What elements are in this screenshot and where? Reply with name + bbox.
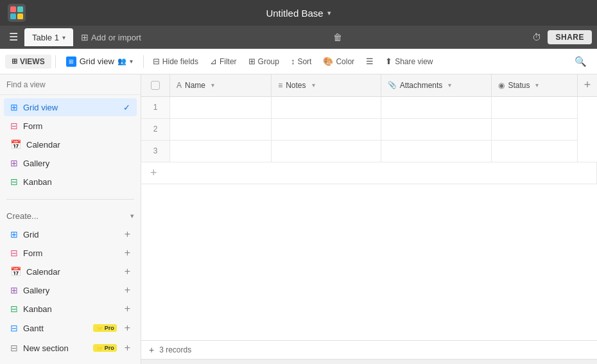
status-col-expand[interactable]: ▾: [533, 82, 541, 89]
create-grid-item[interactable]: ⊞ Grid +: [4, 225, 137, 243]
sidebar-item-calendar-view[interactable]: 📅 Calendar: [4, 135, 137, 153]
toolbar: ⊞ VIEWS ⊞ Grid view 👥 ▾ ⊟ Hide fields ⊿ …: [0, 49, 597, 74]
views-icon: ⊞: [12, 57, 17, 65]
share-button[interactable]: SHARE: [548, 30, 592, 44]
sort-button[interactable]: ↕ Sort: [286, 54, 317, 69]
row-1-notes-cell[interactable]: [272, 96, 381, 118]
hide-fields-icon: ⊟: [153, 56, 160, 66]
share-view-icon: ⬆: [385, 56, 392, 66]
grid-view-active-button[interactable]: ⊞ Grid view 👥 ▾: [60, 54, 139, 69]
name-col-expand[interactable]: ▾: [209, 82, 216, 89]
notes-column-header: ≡ Notes ▾: [272, 74, 381, 96]
hamburger-button[interactable]: ☰: [5, 30, 22, 45]
toolbar-separator: [55, 55, 56, 68]
sidebar-item-gallery-view[interactable]: ⊞ Gallery: [4, 154, 137, 172]
create-gallery-item[interactable]: ⊞ Gallery +: [4, 281, 137, 299]
svg-rect-2: [17, 6, 23, 12]
row-2-num: 2: [141, 118, 169, 140]
table-tab[interactable]: Table 1 ▾: [24, 28, 73, 46]
base-title[interactable]: Untitled Base ▾: [266, 8, 331, 19]
table-bar: ☰ Table 1 ▾ ⊞ Add or import 🗑 ⏱ SHARE: [0, 26, 597, 49]
horizontal-scrollbar[interactable]: [141, 359, 597, 364]
select-all-checkbox[interactable]: [151, 81, 160, 90]
base-title-arrow: ▾: [327, 9, 331, 17]
data-table: A Name ▾ ≡ Notes ▾: [141, 74, 597, 184]
main-layout: ⊞ Grid view ✓ ⊟ Form 📅 Calendar ⊞ Galler…: [0, 74, 597, 364]
filter-button[interactable]: ⊿ Filter: [205, 54, 242, 69]
row-1-status-cell[interactable]: [492, 96, 578, 118]
row-2-attachments-cell[interactable]: [381, 118, 492, 140]
add-import-button[interactable]: ⊞ Add or import: [76, 30, 146, 45]
table-header-row: A Name ▾ ≡ Notes ▾: [141, 74, 597, 96]
create-calendar-icon: 📅: [10, 266, 21, 277]
add-section-icon: +: [125, 342, 130, 354]
create-section-item[interactable]: ⊟ New section ⭐ Pro +: [4, 338, 137, 358]
row-3-attachments-cell[interactable]: [381, 140, 492, 162]
grid-view-icon: ⊞: [66, 56, 76, 67]
sidebar-create-section: Create... ▾ ⊞ Grid + ⊟ Form + 📅 Calendar…: [0, 205, 141, 361]
group-button[interactable]: ⊞ Group: [243, 54, 284, 69]
name-col-icon: A: [177, 81, 182, 90]
create-gantt-item[interactable]: ⊟ Gantt ⭐ Pro +: [4, 318, 137, 338]
history-button[interactable]: ⏱: [528, 30, 545, 45]
add-gallery-icon: +: [125, 285, 130, 295]
grid-area: A Name ▾ ≡ Notes ▾: [141, 74, 597, 364]
hide-fields-button[interactable]: ⊟ Hide fields: [148, 54, 203, 69]
section-pro-badge: ⭐ Pro: [93, 344, 117, 352]
sidebar-item-kanban-view[interactable]: ⊟ Kanban: [4, 173, 137, 191]
chevron-down-icon: ▾: [130, 212, 134, 220]
create-kanban-icon: ⊟: [10, 304, 18, 314]
records-count: 3 records: [159, 345, 191, 354]
row-3-name-cell[interactable]: [169, 140, 271, 162]
color-button[interactable]: 🎨 Color: [318, 54, 359, 69]
row-3-status-cell[interactable]: [492, 140, 578, 162]
create-calendar-item[interactable]: 📅 Calendar +: [4, 263, 137, 281]
sidebar: ⊞ Grid view ✓ ⊟ Form 📅 Calendar ⊞ Galler…: [0, 74, 141, 364]
table-row: 3: [141, 140, 597, 162]
grid-view-chevron: ▾: [130, 58, 133, 65]
sidebar-item-grid-view[interactable]: ⊞ Grid view ✓: [4, 98, 137, 116]
check-icon: ✓: [123, 103, 130, 112]
add-column-button[interactable]: +: [578, 74, 597, 96]
row-3-num: 3: [141, 140, 169, 162]
table-row: 2: [141, 118, 597, 140]
add-row-button[interactable]: +: [141, 162, 597, 184]
row-3-notes-cell[interactable]: [272, 140, 381, 162]
grid-view-people: 👥: [117, 57, 126, 65]
row-1-num: 1: [141, 96, 169, 118]
add-row: +: [141, 162, 597, 184]
top-bar: Untitled Base ▾: [0, 0, 597, 26]
row-2-notes-cell[interactable]: [272, 118, 381, 140]
app-logo[interactable]: [8, 4, 26, 22]
sidebar-item-form-view[interactable]: ⊟ Form: [4, 117, 137, 135]
name-column-header: A Name ▾: [169, 74, 271, 96]
share-view-button[interactable]: ⬆ Share view: [380, 54, 438, 69]
table-tab-arrow: ▾: [62, 34, 65, 41]
row-height-button[interactable]: ☰: [361, 54, 379, 69]
grid-table[interactable]: A Name ▾ ≡ Notes ▾: [141, 74, 597, 340]
attachments-col-expand[interactable]: ▾: [446, 82, 453, 89]
kanban-view-icon: ⊟: [10, 177, 18, 187]
create-form-icon: ⊟: [10, 248, 18, 258]
create-header[interactable]: Create... ▾: [0, 207, 141, 225]
gallery-view-icon: ⊞: [10, 158, 18, 168]
row-1-attachments-cell[interactable]: [381, 96, 492, 118]
row-2-name-cell[interactable]: [169, 118, 271, 140]
notes-col-expand[interactable]: ▾: [309, 82, 317, 89]
form-view-icon: ⊟: [10, 121, 18, 131]
calendar-view-icon: 📅: [10, 139, 21, 150]
create-form-item[interactable]: ⊟ Form +: [4, 244, 137, 262]
create-kanban-item[interactable]: ⊟ Kanban +: [4, 300, 137, 318]
footer-add-icon[interactable]: +: [149, 345, 154, 355]
views-button[interactable]: ⊞ VIEWS: [5, 55, 51, 69]
row-2-status-cell[interactable]: [492, 118, 578, 140]
add-form-icon: +: [125, 248, 130, 258]
search-button[interactable]: 🔍: [569, 53, 592, 70]
trash-button[interactable]: 🗑: [329, 30, 346, 45]
search-view-input[interactable]: [6, 80, 134, 89]
row-1-name-cell[interactable]: [169, 96, 271, 118]
sidebar-divider: [6, 199, 134, 200]
color-icon: 🎨: [323, 56, 333, 66]
group-icon: ⊞: [248, 56, 255, 66]
create-gantt-icon: ⊟: [10, 323, 18, 333]
